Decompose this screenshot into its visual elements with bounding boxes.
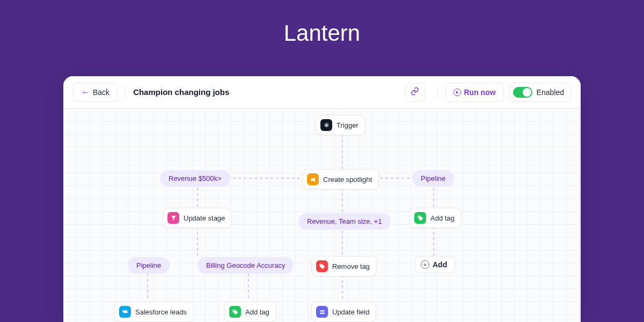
- node-label: Create spotlight: [323, 175, 372, 184]
- node-add-tag[interactable]: Add tag: [409, 208, 462, 228]
- hero-title: Lantern: [0, 0, 644, 46]
- tag-minus-icon: [316, 260, 328, 272]
- divider: [125, 86, 126, 98]
- enabled-toggle-wrap: Enabled: [509, 83, 571, 102]
- tag-plus-icon: [414, 212, 426, 224]
- svg-point-19: [320, 264, 321, 265]
- link-button[interactable]: [405, 83, 425, 102]
- workflow-canvas[interactable]: Trigger Revenue $500k> Create spotlight …: [63, 108, 581, 322]
- node-label: Update field: [332, 308, 369, 316]
- node-label: Update stage: [184, 214, 225, 222]
- node-label: Add tag: [430, 214, 455, 222]
- svg-rect-22: [320, 312, 325, 313]
- field-icon: [316, 306, 328, 318]
- megaphone-icon: [307, 173, 319, 185]
- node-label: Remove tag: [332, 262, 370, 270]
- node-update-field[interactable]: Update field: [311, 302, 376, 322]
- tag-plus-icon: [229, 306, 241, 318]
- pill-revenue-team[interactable]: Revenue, Team size, +1: [298, 213, 391, 230]
- back-label: Back: [93, 88, 109, 97]
- node-update-stage[interactable]: Update stage: [163, 208, 232, 228]
- app-window: ← Back Champion changing jobs Run now En…: [63, 76, 581, 322]
- svg-point-20: [233, 310, 234, 311]
- node-label: Trigger: [336, 121, 358, 129]
- workflow-title: Champion changing jobs: [133, 87, 229, 97]
- node-trigger[interactable]: Trigger: [316, 115, 365, 135]
- node-salesforce-leads[interactable]: Salesforce leads: [114, 302, 194, 322]
- svg-rect-21: [320, 310, 325, 311]
- filter-icon: [167, 212, 179, 224]
- plus-circle-icon: +: [421, 260, 429, 269]
- add-label: Add: [433, 260, 447, 269]
- back-button[interactable]: ← Back: [73, 83, 118, 102]
- node-add-tag-2[interactable]: Add tag: [224, 302, 276, 322]
- salesforce-icon: [119, 306, 131, 318]
- pill-billing[interactable]: Billing Geocode Accuracy: [197, 257, 294, 274]
- toolbar: ← Back Champion changing jobs Run now En…: [63, 76, 581, 108]
- link-icon: [411, 87, 419, 97]
- gear-icon: [320, 119, 332, 131]
- arrow-left-icon: ←: [81, 88, 90, 97]
- pill-pipeline[interactable]: Pipeline: [412, 170, 454, 187]
- enabled-label: Enabled: [537, 88, 564, 97]
- node-label: Add tag: [245, 308, 269, 316]
- node-remove-tag[interactable]: Remove tag: [311, 256, 377, 276]
- node-create-spotlight[interactable]: Create spotlight: [302, 169, 379, 189]
- run-now-button[interactable]: Run now: [445, 83, 504, 102]
- play-icon: [453, 89, 461, 96]
- divider: [437, 86, 438, 98]
- enabled-toggle[interactable]: [513, 87, 532, 98]
- pill-revenue-500k[interactable]: Revenue $500k>: [160, 170, 230, 187]
- add-node-button[interactable]: + Add: [415, 256, 455, 273]
- node-label: Salesforce leads: [135, 308, 187, 316]
- svg-point-18: [418, 216, 419, 217]
- run-label: Run now: [464, 88, 496, 97]
- pill-pipeline-2[interactable]: Pipeline: [128, 257, 170, 274]
